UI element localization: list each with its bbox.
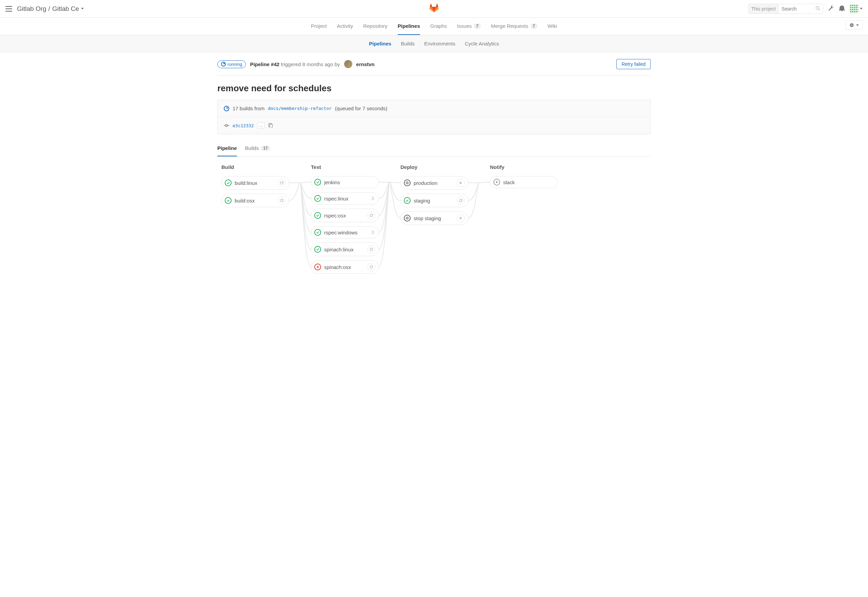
- job-pill[interactable]: production: [400, 176, 468, 190]
- job-name: jenkins: [324, 180, 375, 185]
- success-icon: [314, 179, 321, 186]
- stage-title: Deploy: [400, 164, 468, 170]
- job-pill[interactable]: stop staging: [400, 211, 468, 225]
- play-button[interactable]: [457, 179, 465, 187]
- job-count: 3: [371, 196, 375, 201]
- job-name: rspec:windows: [324, 230, 368, 235]
- job-pill[interactable]: rspec:windows3: [311, 226, 379, 238]
- tab-issues[interactable]: Issues7: [457, 18, 481, 35]
- job-pill[interactable]: spinach:osx: [311, 260, 379, 274]
- triggerer-name[interactable]: ernstvn: [356, 61, 375, 67]
- pipeline-info: Pipeline #42 triggered 8 months ago by: [250, 61, 340, 67]
- tab-pipeline-graph[interactable]: Pipeline: [217, 142, 237, 156]
- play-button[interactable]: [457, 214, 465, 222]
- tab-wiki[interactable]: Wiki: [548, 18, 557, 35]
- user-avatar-icon: [850, 4, 859, 13]
- breadcrumb[interactable]: Gitlab Org / Gitlab Ce: [17, 5, 84, 13]
- job-name: slack: [503, 180, 554, 185]
- subtab-environments[interactable]: Environments: [424, 35, 455, 52]
- job-name: stop staging: [414, 215, 454, 221]
- bell-icon[interactable]: [839, 5, 845, 12]
- job-pill[interactable]: rspec:osx: [311, 209, 379, 222]
- job-pill[interactable]: build:linux: [221, 176, 289, 190]
- success-icon: [225, 197, 232, 204]
- stage-column: Testjenkinsrspec:linux3rspec:osxrspec:wi…: [311, 164, 379, 278]
- pipeline-well: 17 builds from docs/membership-refactor …: [217, 100, 651, 134]
- success-icon: [314, 212, 321, 219]
- svg-point-2: [225, 125, 228, 126]
- skipped-icon: [493, 179, 500, 186]
- pipeline-title: remove need for schedules: [217, 83, 651, 94]
- retry-button[interactable]: [278, 179, 286, 187]
- svg-point-11: [496, 181, 498, 183]
- job-name: build:osx: [235, 198, 275, 203]
- subtab-pipelines[interactable]: Pipelines: [369, 35, 391, 52]
- retry-failed-button[interactable]: Retry failed: [616, 59, 651, 69]
- job-pill[interactable]: spinach:linux: [311, 242, 379, 256]
- stage-column: Buildbuild:linuxbuild:osx: [221, 164, 289, 278]
- retry-button[interactable]: [367, 211, 375, 220]
- svg-line-1: [819, 9, 820, 10]
- chevron-down-icon: [81, 8, 84, 9]
- job-pill[interactable]: jenkins: [311, 176, 379, 188]
- job-name: spinach:osx: [324, 264, 364, 270]
- retry-button[interactable]: [457, 196, 465, 205]
- tab-graphs[interactable]: Graphs: [430, 18, 447, 35]
- breadcrumb-project: Gitlab Ce: [52, 5, 79, 13]
- job-name: rspec:osx: [324, 213, 364, 218]
- wrench-icon[interactable]: [828, 5, 834, 12]
- tab-activity[interactable]: Activity: [337, 18, 353, 35]
- job-pill[interactable]: build:osx: [221, 194, 289, 207]
- settings-menu[interactable]: [846, 20, 862, 30]
- success-icon: [225, 180, 232, 186]
- svg-point-10: [407, 218, 408, 219]
- job-name: spinach:linux: [324, 247, 364, 252]
- success-icon: [314, 195, 321, 202]
- retry-button[interactable]: [367, 245, 375, 253]
- topbar-right: This project: [748, 4, 862, 14]
- gitlab-logo-icon[interactable]: [429, 3, 439, 14]
- topbar: Gitlab Org / Gitlab Ce This project: [0, 0, 868, 18]
- stage-title: Test: [311, 164, 379, 170]
- subtab-builds[interactable]: Builds: [401, 35, 415, 52]
- tab-pipelines[interactable]: Pipelines: [398, 18, 420, 35]
- running-icon: [221, 62, 226, 67]
- retry-button[interactable]: [278, 196, 286, 205]
- success-icon: [314, 246, 321, 253]
- search-box[interactable]: This project: [748, 4, 823, 14]
- pipelines-subnav: Pipelines Builds Environments Cycle Anal…: [0, 35, 868, 52]
- status-badge-running[interactable]: running: [217, 60, 246, 68]
- job-name: build:linux: [235, 180, 275, 186]
- success-icon: [404, 197, 410, 204]
- stage-title: Notify: [490, 164, 558, 170]
- copy-sha-button[interactable]: [268, 123, 273, 129]
- commit-sha-link[interactable]: e3c12332: [233, 123, 254, 128]
- hamburger-icon[interactable]: [6, 6, 12, 12]
- manual-icon: [404, 215, 410, 221]
- expand-commit-button[interactable]: ...: [257, 122, 265, 129]
- branch-link[interactable]: docs/membership-refactor: [268, 106, 332, 111]
- tab-project[interactable]: Project: [311, 18, 327, 35]
- breadcrumb-group: Gitlab Org: [17, 5, 46, 13]
- manual-icon: [404, 180, 410, 186]
- job-pill[interactable]: staging: [400, 194, 468, 207]
- user-menu[interactable]: [850, 4, 862, 13]
- project-navbar: Project Activity Repository Pipelines Gr…: [0, 18, 868, 35]
- job-name: rspec:linux: [324, 196, 368, 202]
- job-name: staging: [414, 198, 454, 203]
- builds-count-badge: 17: [261, 146, 270, 151]
- search-input[interactable]: [779, 6, 813, 12]
- job-count: 3: [371, 230, 375, 235]
- job-pill[interactable]: slack: [490, 176, 558, 188]
- tab-merge-requests[interactable]: Merge Requests7: [491, 18, 538, 35]
- chevron-down-icon: [860, 8, 862, 9]
- tab-builds-list[interactable]: Builds17: [245, 142, 270, 156]
- job-pill[interactable]: rspec:linux3: [311, 192, 379, 205]
- commit-icon: [224, 123, 229, 128]
- tab-repository[interactable]: Repository: [363, 18, 388, 35]
- content: running Pipeline #42 triggered 8 months …: [212, 52, 656, 298]
- retry-button[interactable]: [367, 263, 375, 271]
- subtab-cycle-analytics[interactable]: Cycle Analytics: [465, 35, 499, 52]
- triggerer-avatar[interactable]: [344, 60, 352, 68]
- pipeline-header: running Pipeline #42 triggered 8 months …: [217, 59, 651, 76]
